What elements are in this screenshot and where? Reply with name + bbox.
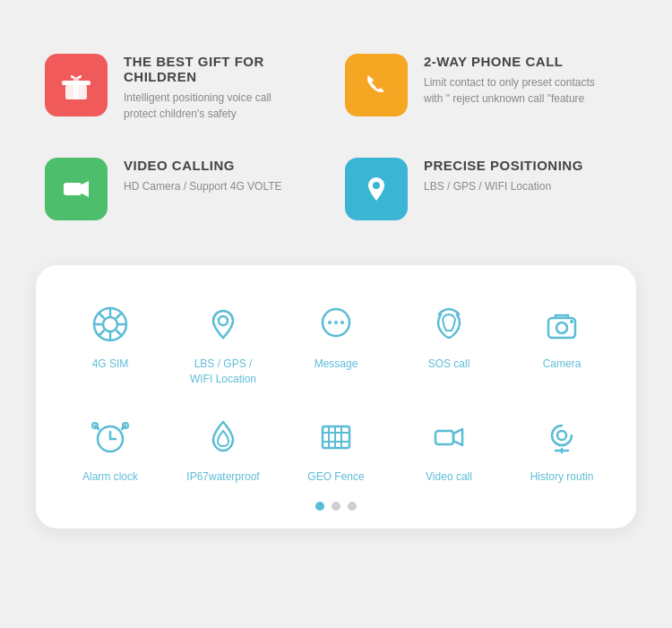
svg-marker-4	[82, 181, 89, 197]
message-icon	[313, 301, 359, 348]
feature-video: VIDEO CALLING HD Camera / Support 4G VOL…	[36, 140, 336, 238]
feature-location: PRECISE POSITIONING LBS / GPS / WIFI Loc…	[336, 140, 636, 238]
location-icon-box	[345, 158, 408, 220]
feature-location-text: PRECISE POSITIONING LBS / GPS / WIFI Loc…	[424, 158, 583, 194]
message-label: Message	[314, 357, 358, 372]
alarm-clock-icon	[87, 414, 134, 460]
grid-item-ip67: IP67waterproof	[167, 405, 280, 494]
sos-label: SOS call	[428, 357, 470, 372]
svg-point-7	[103, 317, 117, 331]
camera-label: Camera	[543, 357, 582, 372]
svg-point-22	[556, 323, 567, 333]
lbs-gps-icon	[200, 301, 246, 348]
svg-rect-35	[435, 431, 453, 444]
svg-point-16	[219, 316, 228, 325]
feature-gift-title: THE BEST GIFT FOR CHILDREN	[124, 54, 327, 84]
4g-sim-icon	[87, 301, 134, 348]
grid-item-geo-fence: GEO Fence	[280, 405, 392, 494]
grid-item-video-call: Video call	[392, 405, 505, 494]
grid-item-camera: Camera	[505, 292, 618, 396]
sos-icon	[426, 301, 472, 348]
feature-location-desc: LBS / GPS / WIFI Location	[424, 178, 583, 194]
feature-gift-text: THE BEST GIFT FOR CHILDREN Intelligent p…	[124, 54, 327, 122]
phone-icon	[358, 66, 395, 104]
svg-line-14	[116, 313, 123, 319]
phone-icon-box	[345, 54, 408, 116]
history-label: History routin	[530, 469, 594, 485]
4g-sim-label: 4G SIM	[92, 357, 129, 372]
feature-gift: THE BEST GIFT FOR CHILDREN Intelligent p…	[36, 36, 336, 140]
ip67-icon	[200, 414, 246, 460]
svg-point-20	[340, 321, 344, 324]
history-routin-icon	[538, 414, 585, 460]
svg-point-39	[557, 431, 566, 440]
video-camera-icon	[57, 170, 95, 208]
feature-location-title: PRECISE POSITIONING	[424, 158, 583, 173]
gift-icon-box	[45, 54, 108, 116]
svg-line-13	[116, 331, 123, 337]
location-pin-icon	[358, 170, 395, 208]
feature-phone-title: 2-WAY PHONE CALL	[424, 54, 595, 69]
grid-item-history: History routin	[505, 405, 618, 494]
feature-video-title: VIDEO CALLING	[124, 158, 282, 173]
svg-line-12	[99, 313, 105, 319]
alarm-clock-label: Alarm clock	[82, 469, 138, 485]
feature-phone-text: 2-WAY PHONE CALL Limit contact to only p…	[424, 54, 595, 107]
feature-phone-desc: Limit contact to only preset contactswit…	[424, 74, 595, 107]
feature-gift-desc: Intelligent positioning voice callprotec…	[124, 90, 327, 122]
grid-item-sos: SOS call	[392, 292, 505, 396]
svg-line-15	[99, 331, 105, 337]
features-section: THE BEST GIFT FOR CHILDREN Intelligent p…	[0, 0, 672, 256]
video-icon-box	[45, 158, 108, 220]
camera-icon	[538, 301, 585, 348]
video-call-label: Video call	[426, 469, 472, 485]
geo-fence-icon	[313, 414, 359, 460]
dot-3[interactable]	[348, 502, 357, 511]
feature-video-desc: HD Camera / Support 4G VOLTE	[124, 178, 282, 194]
grid-item-lbs-gps: LBS / GPS /WIFI Location	[167, 292, 280, 396]
dot-1[interactable]	[315, 502, 324, 511]
grid-item-4g-sim: 4G SIM	[54, 292, 167, 396]
carousel-dots	[54, 502, 618, 511]
dot-2[interactable]	[332, 502, 340, 511]
gift-icon	[57, 66, 95, 104]
svg-marker-36	[453, 429, 462, 445]
lbs-gps-label: LBS / GPS /WIFI Location	[190, 357, 256, 387]
feature-phone: 2-WAY PHONE CALL Limit contact to only p…	[336, 36, 636, 140]
grid-item-alarm: Alarm clock	[54, 405, 167, 494]
features-card: 4G SIM LBS / GPS /WIFI Location	[36, 265, 636, 529]
feature-video-text: VIDEO CALLING HD Camera / Support 4G VOL…	[124, 158, 282, 194]
svg-point-18	[328, 321, 332, 324]
svg-point-19	[334, 321, 338, 324]
geo-fence-label: GEO Fence	[307, 469, 364, 485]
grid-item-message: Message	[280, 292, 392, 396]
icon-grid: 4G SIM LBS / GPS /WIFI Location	[54, 292, 618, 493]
svg-point-5	[373, 182, 380, 189]
video-call-icon	[426, 414, 472, 460]
svg-point-23	[570, 320, 573, 323]
ip67-label: IP67waterproof	[186, 469, 259, 485]
svg-rect-2	[73, 78, 79, 99]
svg-rect-3	[64, 183, 82, 195]
